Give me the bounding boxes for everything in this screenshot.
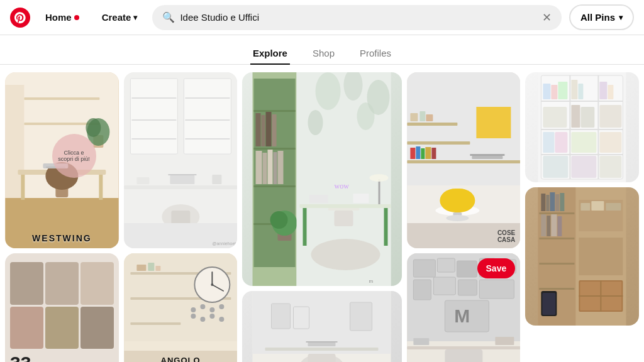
svg-rect-139	[413, 338, 429, 345]
svg-rect-20	[131, 97, 176, 99]
svg-point-47	[219, 304, 224, 309]
svg-rect-112	[421, 148, 425, 159]
pin-westwing[interactable]: Clicca e scopri di più! WESTWING	[5, 72, 119, 248]
svg-rect-122	[419, 111, 425, 121]
svg-rect-5	[21, 175, 25, 200]
svg-rect-84	[328, 208, 360, 211]
tab-profiles[interactable]: Profiles	[357, 43, 394, 65]
svg-rect-60	[254, 148, 296, 150]
search-input[interactable]	[180, 12, 537, 23]
svg-rect-24	[185, 119, 230, 121]
svg-rect-86	[309, 195, 328, 203]
svg-rect-70	[274, 152, 277, 184]
svg-point-45	[200, 304, 205, 309]
svg-rect-97	[308, 354, 336, 362]
svg-rect-146	[598, 75, 599, 179]
svg-rect-158	[572, 105, 580, 128]
svg-rect-176	[547, 195, 550, 211]
pins-grid: Clicca e scopri di più! WESTWING	[5, 72, 639, 356]
svg-rect-161	[543, 132, 555, 153]
svg-rect-26	[124, 185, 237, 189]
pinterest-logo[interactable]	[10, 8, 30, 28]
svg-rect-129	[457, 261, 477, 277]
svg-rect-173	[540, 263, 575, 265]
svg-rect-19	[184, 79, 231, 154]
svg-rect-150	[543, 84, 551, 99]
svg-rect-52	[136, 265, 146, 271]
svg-rect-28	[170, 175, 194, 184]
svg-rect-21	[131, 119, 176, 121]
svg-rect-145	[570, 75, 571, 179]
svg-rect-182	[552, 214, 557, 236]
svg-text:@anniehoel: @anniehoel	[212, 241, 236, 246]
svg-rect-155	[600, 82, 608, 99]
tab-explore-label: Explore	[253, 48, 287, 58]
svg-rect-172	[540, 238, 575, 239]
pin-wood-shelf[interactable]	[525, 187, 639, 326]
pin-lifestyle[interactable]: 33	[5, 253, 119, 362]
svg-rect-156	[608, 85, 614, 99]
create-nav[interactable]: Create ▾	[94, 7, 145, 28]
svg-point-74	[270, 211, 288, 229]
tabs-nav: Explore Shop Profiles	[0, 35, 644, 65]
pin-white-bookshelf[interactable]	[525, 72, 639, 182]
column-1: Clicca e scopri di più! WESTWING	[5, 72, 119, 356]
svg-point-49	[200, 317, 205, 322]
pin-white-desk[interactable]: @anniehoel	[124, 72, 238, 248]
pin-yellow-chair[interactable]: COSECASA	[407, 72, 521, 248]
svg-rect-82	[303, 208, 307, 246]
svg-rect-186	[581, 203, 591, 211]
pin-room2[interactable]	[242, 291, 401, 362]
svg-rect-187	[592, 201, 604, 211]
svg-rect-118	[440, 189, 475, 212]
svg-rect-181	[547, 216, 551, 236]
save-button[interactable]: Save	[477, 258, 516, 278]
svg-rect-163	[572, 132, 597, 153]
svg-rect-115	[470, 154, 504, 156]
svg-rect-59	[254, 110, 296, 112]
svg-rect-107	[407, 141, 470, 145]
search-clear-icon[interactable]: ✕	[542, 11, 552, 25]
tab-shop-label: Shop	[313, 48, 335, 58]
svg-text:wow: wow	[335, 182, 350, 190]
svg-rect-102	[350, 302, 372, 331]
main-content: Clicca e scopri di più! WESTWING	[0, 65, 644, 362]
home-nav[interactable]: Home	[38, 7, 87, 28]
svg-rect-10	[24, 97, 99, 100]
svg-point-89	[370, 174, 389, 182]
cose-casa-badge: COSECASA	[497, 229, 515, 243]
svg-rect-153	[572, 80, 578, 99]
svg-rect-175	[541, 194, 546, 211]
svg-rect-177	[550, 192, 555, 211]
svg-rect-180	[541, 214, 547, 236]
pin-angolo[interactable]: ANGOLO SCRIVANIA	[124, 253, 238, 362]
svg-rect-154	[579, 84, 584, 99]
svg-rect-128	[437, 258, 455, 272]
all-pins-button[interactable]: All Pins ▾	[569, 4, 634, 30]
svg-rect-179	[560, 193, 565, 211]
column-4: COSECASA	[407, 72, 521, 356]
tab-explore[interactable]: Explore	[250, 43, 290, 65]
svg-rect-6	[99, 175, 103, 200]
svg-rect-110	[410, 148, 415, 159]
svg-rect-151	[552, 85, 558, 99]
svg-rect-132	[413, 280, 431, 300]
pink-circle-overlay: Clicca e scopri di più!	[52, 134, 96, 178]
svg-rect-25	[185, 138, 230, 140]
svg-point-120	[446, 215, 469, 221]
pin-desk-room[interactable]: M Save	[407, 253, 521, 362]
svg-rect-98	[306, 341, 338, 343]
svg-point-91	[311, 239, 380, 270]
home-dot	[74, 15, 79, 20]
svg-rect-149	[541, 154, 623, 155]
angolo-text: ANGOLO SCRIVANIA	[129, 356, 233, 362]
svg-rect-157	[543, 107, 567, 128]
svg-rect-171	[540, 212, 575, 214]
tab-shop[interactable]: Shop	[310, 43, 337, 65]
svg-rect-81	[300, 204, 391, 208]
home-label: Home	[45, 12, 72, 23]
svg-rect-114	[431, 148, 436, 159]
svg-rect-66	[272, 114, 277, 146]
svg-point-44	[191, 307, 196, 312]
pin-green-desk[interactable]: wow m	[242, 72, 401, 286]
